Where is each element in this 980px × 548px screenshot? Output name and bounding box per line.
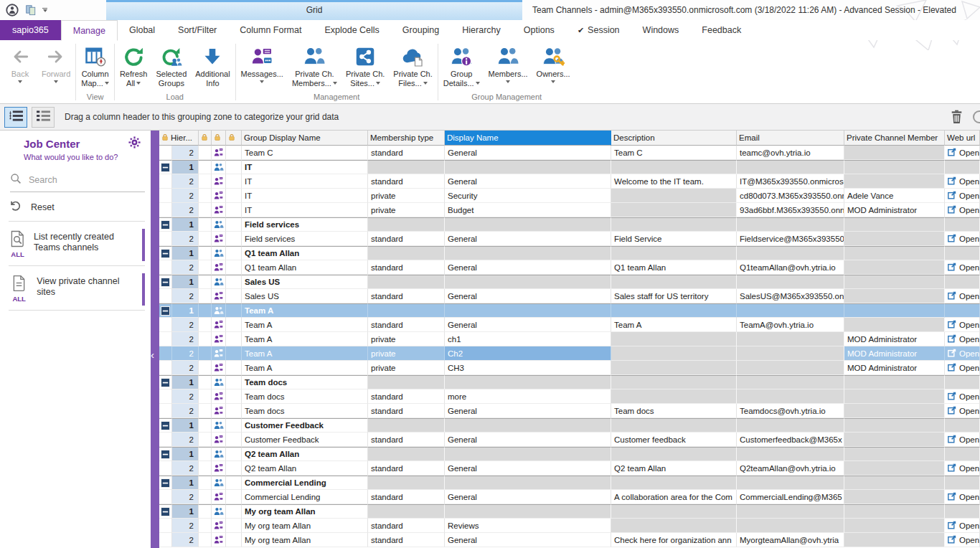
web-url-cell[interactable] <box>945 418 980 433</box>
email-cell[interactable] <box>737 476 844 490</box>
group-row[interactable]: 1Team A <box>159 303 980 318</box>
membership-type-cell[interactable]: standard <box>368 232 445 246</box>
open-link[interactable]: Open <box>959 192 979 200</box>
web-url-cell[interactable]: Open <box>945 232 980 246</box>
membership-type-cell[interactable]: standard <box>368 289 445 303</box>
membership-type-cell[interactable] <box>368 504 445 519</box>
channel-row[interactable]: 2Team docsstandardmoreOpen <box>159 389 980 404</box>
email-cell[interactable]: Q2teamAllan@ovh.ytria.io <box>737 461 844 476</box>
channel-row[interactable]: 2Commercial LendingstandardGeneralA coll… <box>159 490 980 504</box>
refresh-all-button[interactable]: RefreshAll <box>116 42 152 88</box>
email-cell[interactable] <box>737 361 844 375</box>
customize-toolbar-caret-icon[interactable] <box>42 8 47 13</box>
description-cell[interactable] <box>611 189 737 203</box>
description-cell[interactable] <box>611 418 737 433</box>
channel-row[interactable]: 2ITprivateBudget93ad6bbf.M365x393550.onn… <box>159 203 980 217</box>
display-name-cell[interactable] <box>445 447 611 461</box>
membership-type-cell[interactable]: standard <box>368 461 445 476</box>
description-cell[interactable]: A collaboration area for the Com <box>611 490 737 504</box>
collapse-toggle[interactable] <box>159 476 172 490</box>
description-cell[interactable] <box>611 519 737 533</box>
description-cell[interactable] <box>611 160 737 174</box>
group-display-name-cell[interactable]: Q2 team Allan <box>242 447 368 461</box>
channel-row[interactable]: 2My org team AllanstandardReviewsOpen <box>159 519 980 533</box>
private-channel-member-cell[interactable] <box>844 146 945 160</box>
trash-icon[interactable] <box>951 110 963 127</box>
web-url-cell[interactable]: Open <box>945 189 980 203</box>
app-logo-icon[interactable] <box>6 4 19 16</box>
private-ch-sites-button[interactable]: Private Ch.Sites... <box>341 42 389 88</box>
membership-type-cell[interactable] <box>368 160 445 174</box>
web-url-cell[interactable] <box>945 447 980 461</box>
group-display-name-cell[interactable]: IT <box>242 203 368 217</box>
column-header-display-name[interactable]: Display Name <box>445 131 611 146</box>
channel-row[interactable]: 2Team docsstandardGeneralTeam docsTeamdo… <box>159 404 980 418</box>
membership-type-cell[interactable]: standard <box>368 404 445 418</box>
channel-row[interactable]: 2ITstandardGeneralWelcome to the IT team… <box>159 174 980 189</box>
membership-type-cell[interactable] <box>368 217 445 232</box>
membership-type-cell[interactable]: private <box>368 346 445 361</box>
email-cell[interactable]: Q1teamAllan@ovh.ytria.io <box>737 260 844 275</box>
web-url-cell[interactable]: Open <box>945 519 980 533</box>
display-name-cell[interactable] <box>445 418 611 433</box>
email-cell[interactable]: 93ad6bbf.M365x393550.onn <box>737 203 844 217</box>
group-row[interactable]: 1Q1 team Allan <box>159 246 980 260</box>
group-display-name-cell[interactable]: IT <box>242 189 368 203</box>
description-cell[interactable] <box>611 361 737 375</box>
tab-windows[interactable]: Windows <box>631 20 691 40</box>
group-row[interactable]: 1Sales US <box>159 275 980 289</box>
display-name-cell[interactable] <box>445 160 611 174</box>
open-link[interactable]: Open <box>959 536 979 544</box>
tab-column-format[interactable]: Column Format <box>228 20 313 40</box>
display-name-cell[interactable] <box>445 217 611 232</box>
description-cell[interactable]: Q2 team Allan <box>611 461 737 476</box>
column-header-web-url[interactable]: Web url <box>945 131 980 146</box>
messages-button[interactable]: Messages... <box>237 42 288 83</box>
email-cell[interactable]: teamc@ovh.ytria.io <box>737 146 844 160</box>
group-display-name-cell[interactable]: Team docs <box>242 404 368 418</box>
open-link[interactable]: Open <box>959 177 979 186</box>
email-cell[interactable] <box>737 375 844 389</box>
private-channel-member-cell[interactable] <box>844 476 945 490</box>
hierarchical-view-button[interactable] <box>4 107 27 128</box>
column-header-locked-1[interactable] <box>199 131 212 146</box>
open-link[interactable]: Open <box>959 235 979 243</box>
display-name-cell[interactable]: General <box>445 404 611 418</box>
membership-type-cell[interactable] <box>368 375 445 389</box>
private-channel-member-cell[interactable]: MOD Administrator <box>844 346 945 361</box>
group-display-name-cell[interactable]: Field services <box>242 217 368 232</box>
open-link[interactable]: Open <box>959 292 979 301</box>
display-name-cell[interactable]: Security <box>445 189 611 203</box>
open-link[interactable]: Open <box>959 464 979 473</box>
group-display-name-cell[interactable]: Commercial Lending <box>242 490 368 504</box>
membership-type-cell[interactable]: private <box>368 189 445 203</box>
display-name-cell[interactable]: Reviews <box>445 519 611 533</box>
web-url-cell[interactable]: Open <box>945 433 980 447</box>
display-name-cell[interactable]: General <box>445 490 611 504</box>
members-button[interactable]: Members... <box>484 42 532 83</box>
email-cell[interactable] <box>737 418 844 433</box>
private-channel-member-cell[interactable] <box>844 289 945 303</box>
channel-row[interactable]: 2Team AstandardGeneralTeam ATeamA@ovh.yt… <box>159 318 980 332</box>
description-cell[interactable] <box>611 389 737 404</box>
display-name-cell[interactable]: General <box>445 433 611 447</box>
private-channel-member-cell[interactable] <box>844 418 945 433</box>
group-display-name-cell[interactable]: Team A <box>242 332 368 346</box>
private-ch-files-button[interactable]: Private Ch.Files... <box>389 42 436 88</box>
open-link[interactable]: Open <box>959 392 979 401</box>
group-display-name-cell[interactable]: Customer Feedback <box>242 418 368 433</box>
grouping-zone-hint[interactable]: Drag a column header to this grouping zo… <box>65 112 339 122</box>
open-link[interactable]: Open <box>959 335 979 344</box>
web-url-cell[interactable]: Open <box>945 332 980 346</box>
description-cell[interactable]: Welcome to the IT team. <box>611 174 737 189</box>
gear-icon[interactable] <box>128 136 141 151</box>
channel-row[interactable]: 2Team AprivateCh2MOD AdministratorOpen <box>159 346 980 361</box>
windows-stack-icon[interactable] <box>25 4 36 16</box>
private-channel-member-cell[interactable] <box>844 232 945 246</box>
description-cell[interactable] <box>611 375 737 389</box>
membership-type-cell[interactable]: standard <box>368 490 445 504</box>
private-channel-member-cell[interactable] <box>844 490 945 504</box>
group-display-name-cell[interactable]: Team docs <box>242 389 368 404</box>
open-link[interactable]: Open <box>959 263 979 272</box>
membership-type-cell[interactable]: standard <box>368 519 445 533</box>
